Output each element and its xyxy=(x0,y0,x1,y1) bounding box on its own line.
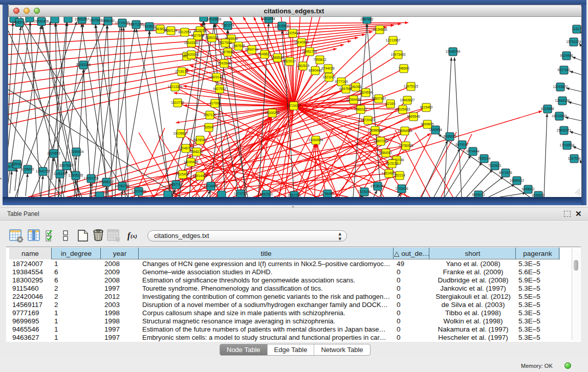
svg-text:8454749: 8454749 xyxy=(245,48,258,51)
svg-text:7357274: 7357274 xyxy=(221,24,234,27)
svg-text:10688609: 10688609 xyxy=(368,128,383,132)
svg-text:16671355: 16671355 xyxy=(129,23,144,26)
svg-text:19463627: 19463627 xyxy=(400,98,415,102)
svg-text:1733426: 1733426 xyxy=(395,187,408,190)
svg-text:10807487: 10807487 xyxy=(372,97,386,100)
svg-text:8813054: 8813054 xyxy=(262,17,275,20)
svg-text:10958107: 10958107 xyxy=(99,180,114,184)
svg-text:62160: 62160 xyxy=(386,102,395,105)
svg-text:1362615: 1362615 xyxy=(296,64,310,68)
svg-text:11517: 11517 xyxy=(572,27,581,31)
svg-text:10756928: 10756928 xyxy=(399,144,413,147)
svg-text:16543382: 16543382 xyxy=(184,41,199,45)
svg-text:16914479: 16914479 xyxy=(193,174,208,178)
svg-text:1621022: 1621022 xyxy=(322,75,336,79)
svg-text:13716485: 13716485 xyxy=(204,184,219,188)
svg-text:9245012: 9245012 xyxy=(472,193,485,196)
svg-text:12942757: 12942757 xyxy=(36,169,51,173)
svg-text:1610755: 1610755 xyxy=(171,101,184,104)
svg-text:746266: 746266 xyxy=(350,85,361,89)
svg-text:6479197: 6479197 xyxy=(455,143,469,146)
svg-text:18724007: 18724007 xyxy=(287,104,301,107)
svg-text:17016504: 17016504 xyxy=(560,143,575,147)
svg-text:15751074: 15751074 xyxy=(567,40,581,43)
svg-text:18807249: 18807249 xyxy=(374,139,388,143)
svg-text:1736465: 1736465 xyxy=(321,192,334,195)
svg-text:748500: 748500 xyxy=(398,67,409,70)
svg-text:12323446: 12323446 xyxy=(132,189,146,193)
svg-text:12213967: 12213967 xyxy=(386,38,401,42)
svg-text:1640954: 1640954 xyxy=(429,128,442,132)
svg-text:2687682: 2687682 xyxy=(360,17,374,21)
svg-text:14099489: 14099489 xyxy=(184,160,199,164)
svg-text:17957255: 17957255 xyxy=(84,177,99,180)
svg-text:18300295: 18300295 xyxy=(265,111,280,115)
svg-text:17046766: 17046766 xyxy=(179,146,193,150)
svg-text:26053346: 26053346 xyxy=(76,63,91,67)
svg-text:9427552: 9427552 xyxy=(213,87,226,91)
svg-text:5322037: 5322037 xyxy=(283,59,296,63)
svg-text:22420046: 22420046 xyxy=(184,53,199,56)
svg-text:20691406: 20691406 xyxy=(34,19,49,23)
svg-text:16033809: 16033809 xyxy=(207,17,222,21)
svg-text:15720407: 15720407 xyxy=(361,118,376,122)
svg-text:8471676: 8471676 xyxy=(499,171,512,174)
svg-text:19218506: 19218506 xyxy=(275,24,290,28)
svg-text:417004: 417004 xyxy=(209,101,221,105)
svg-text:53594: 53594 xyxy=(204,125,213,129)
svg-text:30975867: 30975867 xyxy=(59,164,74,167)
svg-text:17359924: 17359924 xyxy=(69,150,84,154)
svg-text:9115460: 9115460 xyxy=(420,105,433,109)
svg-text:9465546: 9465546 xyxy=(407,115,420,118)
svg-text:10654112: 10654112 xyxy=(510,179,525,182)
svg-text:3267130: 3267130 xyxy=(203,113,216,117)
svg-text:8186328: 8186328 xyxy=(205,36,219,39)
svg-text:252214: 252214 xyxy=(394,173,405,177)
svg-text:9329966: 9329966 xyxy=(560,54,573,57)
svg-text:7625402: 7625402 xyxy=(176,172,189,176)
svg-text:1919191: 1919191 xyxy=(358,190,371,193)
svg-text:2718176: 2718176 xyxy=(175,70,188,73)
svg-text:2020653: 2020653 xyxy=(47,151,60,155)
svg-text:19654923: 19654923 xyxy=(398,129,412,133)
svg-text:10973493: 10973493 xyxy=(391,53,406,56)
svg-text:15692971: 15692971 xyxy=(557,128,572,132)
svg-text:8660124: 8660124 xyxy=(164,29,178,32)
svg-text:1092363: 1092363 xyxy=(259,192,273,196)
svg-text:10648784: 10648784 xyxy=(446,50,461,53)
svg-text:335061: 335061 xyxy=(11,162,23,166)
svg-text:13975115: 13975115 xyxy=(404,84,419,88)
svg-text:9857741: 9857741 xyxy=(169,183,183,186)
svg-text:7986322: 7986322 xyxy=(354,107,367,111)
svg-text:2803144: 2803144 xyxy=(210,75,223,79)
svg-text:12325419: 12325419 xyxy=(286,31,300,35)
svg-text:5878342: 5878342 xyxy=(193,138,207,142)
svg-text:6794028: 6794028 xyxy=(321,67,335,70)
svg-text:9327508: 9327508 xyxy=(191,34,204,37)
svg-text:16782759: 16782759 xyxy=(115,184,130,188)
svg-text:1857751: 1857751 xyxy=(288,193,301,197)
svg-text:3875685: 3875685 xyxy=(221,50,234,54)
svg-text:19106827: 19106827 xyxy=(173,132,188,135)
svg-text:9474444: 9474444 xyxy=(466,149,480,153)
svg-text:6966160: 6966160 xyxy=(101,19,115,23)
svg-text:8912954: 8912954 xyxy=(178,30,191,34)
svg-text:9245632: 9245632 xyxy=(532,193,545,197)
svg-text:9699695: 9699695 xyxy=(421,122,434,126)
svg-text:12093872: 12093872 xyxy=(553,85,568,89)
svg-text:9327502: 9327502 xyxy=(219,41,232,45)
svg-text:1072753: 1072753 xyxy=(234,192,247,195)
svg-text:1145194: 1145194 xyxy=(54,172,67,176)
svg-text:9777169: 9777169 xyxy=(335,80,348,83)
svg-text:16640910: 16640910 xyxy=(294,40,309,44)
svg-text:14055714: 14055714 xyxy=(12,20,27,24)
svg-text:7632621: 7632621 xyxy=(488,164,502,167)
svg-text:16961758: 16961758 xyxy=(302,50,317,53)
svg-text:1527602: 1527602 xyxy=(89,18,102,22)
svg-text:1167534: 1167534 xyxy=(568,157,581,160)
svg-text:10653267: 10653267 xyxy=(75,17,90,21)
svg-text:12505135: 12505135 xyxy=(69,173,83,177)
svg-text:10025433: 10025433 xyxy=(396,107,410,111)
svg-text:1588520: 1588520 xyxy=(271,56,284,59)
svg-text:9227341: 9227341 xyxy=(557,68,571,72)
